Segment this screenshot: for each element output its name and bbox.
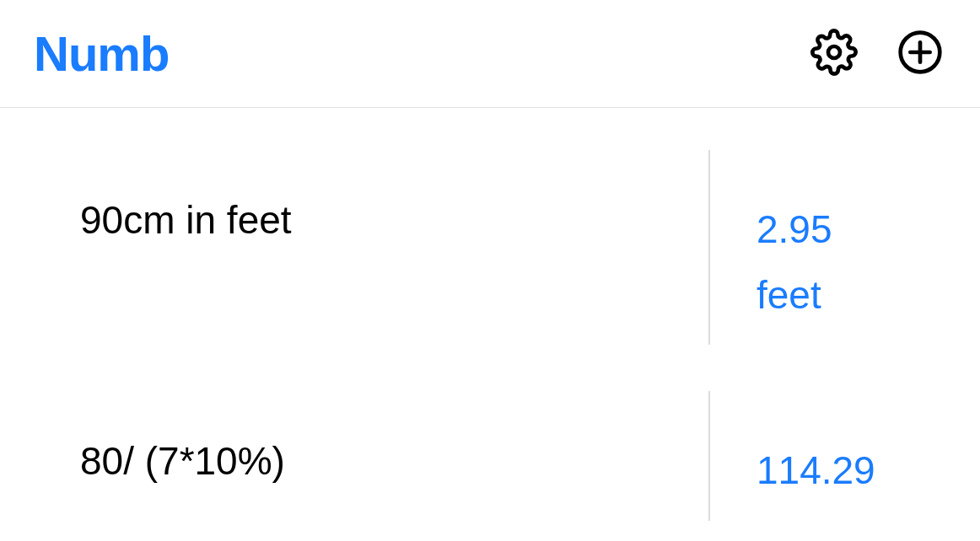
app-title: Numb	[34, 25, 169, 82]
header-actions	[808, 28, 946, 80]
expression-cell[interactable]: 80/ (7*10%)	[80, 437, 708, 486]
content: 90cm in feet 2.95 feet 80/ (7*10%) 114.2…	[0, 108, 980, 538]
svg-point-0	[828, 46, 840, 58]
header: Numb	[0, 0, 980, 108]
settings-button[interactable]	[808, 28, 860, 80]
result-cell: 114.29	[710, 437, 900, 503]
gear-icon	[810, 29, 858, 78]
expression-cell[interactable]: 90cm in feet	[80, 196, 708, 245]
add-button[interactable]	[894, 28, 946, 80]
calc-row[interactable]: 80/ (7*10%) 114.29	[80, 391, 900, 537]
result-cell: 2.95 feet	[710, 196, 900, 328]
plus-circle-icon	[897, 29, 944, 78]
calc-row[interactable]: 90cm in feet 2.95 feet	[80, 150, 900, 362]
